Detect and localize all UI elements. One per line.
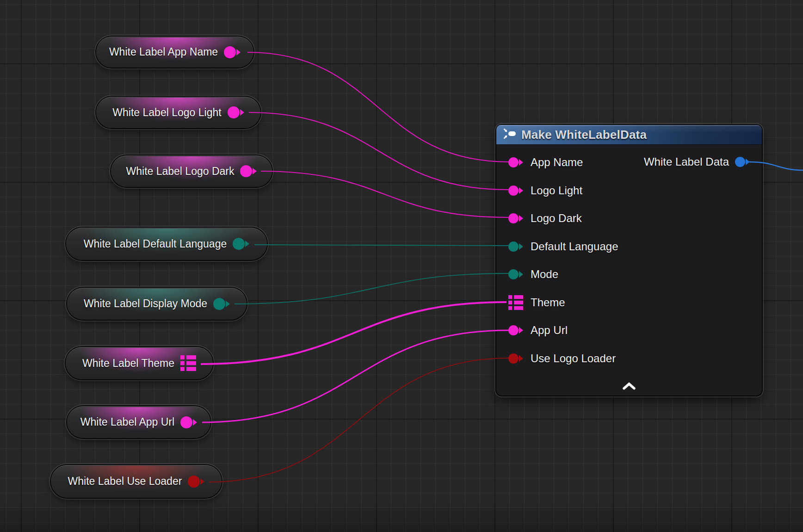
pin-label: Logo Light bbox=[531, 184, 582, 197]
blueprint-graph-canvas[interactable]: White Label App Name White Label Logo Li… bbox=[0, 0, 803, 532]
var-node-white-label-display-mode[interactable]: White Label Display Mode bbox=[67, 288, 247, 320]
var-node-white-label-theme[interactable]: White Label Theme bbox=[66, 347, 213, 379]
pin-logo-light[interactable] bbox=[508, 186, 523, 196]
pin-white-label-data[interactable] bbox=[735, 157, 750, 167]
pin-label: Logo Dark bbox=[531, 212, 582, 225]
pin-host-white-label-app-name[interactable] bbox=[224, 46, 241, 58]
make-node-title: Make WhiteLabelData bbox=[521, 128, 647, 142]
glyph-host-default-language[interactable] bbox=[508, 241, 525, 252]
make-node-output-row: White Label Data bbox=[644, 148, 762, 176]
pin-host-white-label-default-language[interactable] bbox=[233, 238, 249, 250]
pin-label: App Url bbox=[531, 324, 568, 337]
connection-wire bbox=[235, 273, 508, 304]
make-node-header: Make WhiteLabelData bbox=[496, 125, 762, 145]
pin-label: Mode bbox=[531, 268, 558, 281]
make-node-pin-row: Default Language bbox=[496, 233, 762, 261]
variable-node-label: White Label App Name bbox=[109, 46, 218, 58]
pin-label: Theme bbox=[531, 296, 565, 309]
make-node-pin-row: Theme bbox=[496, 289, 762, 317]
variable-node-label: White Label Logo Dark bbox=[126, 165, 235, 178]
pin-host-white-label-theme[interactable] bbox=[180, 355, 196, 371]
pin-host-white-label-app-url[interactable] bbox=[180, 416, 197, 428]
pin-theme[interactable] bbox=[508, 295, 523, 310]
glyph-host-logo-dark[interactable] bbox=[508, 213, 525, 223]
connection-wire bbox=[209, 358, 508, 482]
pin-host-white-label-use-loader[interactable] bbox=[188, 476, 204, 488]
var-node-white-label-logo-dark[interactable]: White Label Logo Dark bbox=[111, 155, 272, 187]
pin-label: App Name bbox=[531, 156, 583, 169]
pin-host-white-label-logo-dark[interactable] bbox=[240, 165, 257, 177]
pin-use-logo-loader[interactable] bbox=[508, 353, 523, 364]
make-node-pin-row: Use Logo Loader bbox=[496, 345, 762, 373]
pin-label: Default Language bbox=[531, 240, 618, 253]
make-node-pin-row: Logo Light bbox=[496, 177, 762, 205]
pin-host-white-label-logo-light[interactable] bbox=[228, 106, 244, 118]
connection-wire bbox=[249, 112, 508, 190]
pin-host-white-label-display-mode[interactable] bbox=[213, 298, 230, 310]
make-node-pin-row: Mode bbox=[496, 260, 762, 289]
glyph-host-use-logo-loader[interactable] bbox=[508, 353, 525, 364]
pin-app-name[interactable] bbox=[508, 157, 523, 167]
pin-app-url[interactable] bbox=[508, 325, 523, 335]
output-pin-label: White Label Data bbox=[644, 155, 729, 168]
pin-white-label-logo-light[interactable] bbox=[228, 106, 244, 118]
variable-node-label: White Label Use Loader bbox=[68, 475, 182, 488]
pin-white-label-app-name[interactable] bbox=[224, 46, 241, 58]
make-struct-icon bbox=[503, 128, 517, 142]
glyph-host-theme[interactable] bbox=[508, 295, 525, 310]
bottom-shade bbox=[0, 500, 803, 532]
pin-white-label-theme[interactable] bbox=[180, 355, 196, 371]
pin-label: Use Logo Loader bbox=[531, 352, 616, 365]
variable-node-label: White Label Default Language bbox=[84, 238, 227, 250]
var-node-white-label-app-url[interactable]: White Label App Url bbox=[67, 406, 210, 438]
variable-node-label: White Label App Url bbox=[80, 416, 174, 428]
var-node-white-label-logo-light[interactable]: White Label Logo Light bbox=[96, 97, 260, 128]
connection-wire bbox=[201, 302, 507, 364]
pin-mode[interactable] bbox=[508, 269, 523, 279]
make-node-pin-row: Logo Dark bbox=[496, 204, 762, 233]
pin-white-label-logo-dark[interactable] bbox=[240, 165, 257, 177]
pin-white-label-app-url[interactable] bbox=[180, 416, 197, 428]
make-node-pin-row: App Url bbox=[496, 316, 762, 345]
var-node-white-label-app-name[interactable]: White Label App Name bbox=[96, 37, 253, 68]
make-whitelabeldata-node[interactable]: Make WhiteLabelData App Name Logo Light … bbox=[496, 125, 762, 396]
var-node-white-label-default-language[interactable]: White Label Default Language bbox=[66, 228, 267, 260]
output-pin-glyph-host bbox=[735, 157, 750, 167]
pin-white-label-display-mode[interactable] bbox=[213, 298, 230, 310]
collapse-chevron-icon[interactable] bbox=[619, 380, 639, 392]
variable-node-label: White Label Theme bbox=[82, 357, 174, 370]
glyph-host-app-name[interactable] bbox=[508, 157, 525, 167]
pin-white-label-default-language[interactable] bbox=[233, 238, 249, 250]
glyph-host-logo-light[interactable] bbox=[508, 186, 525, 196]
pin-logo-dark[interactable] bbox=[508, 213, 523, 223]
glyph-host-mode[interactable] bbox=[508, 269, 525, 279]
make-node-input-pins: App Name Logo Light Logo Dark Default La… bbox=[496, 145, 762, 372]
pin-default-language[interactable] bbox=[508, 241, 523, 252]
connection-wire bbox=[202, 330, 508, 422]
variable-node-label: White Label Logo Light bbox=[112, 106, 221, 119]
pin-white-label-use-loader[interactable] bbox=[188, 476, 204, 488]
connection-wire bbox=[261, 171, 508, 217]
variable-node-label: White Label Display Mode bbox=[84, 297, 207, 310]
connection-wire bbox=[254, 245, 508, 246]
var-node-white-label-use-loader[interactable]: White Label Use Loader bbox=[51, 465, 222, 498]
glyph-host-app-url[interactable] bbox=[508, 325, 525, 335]
connection-wire bbox=[247, 52, 508, 162]
